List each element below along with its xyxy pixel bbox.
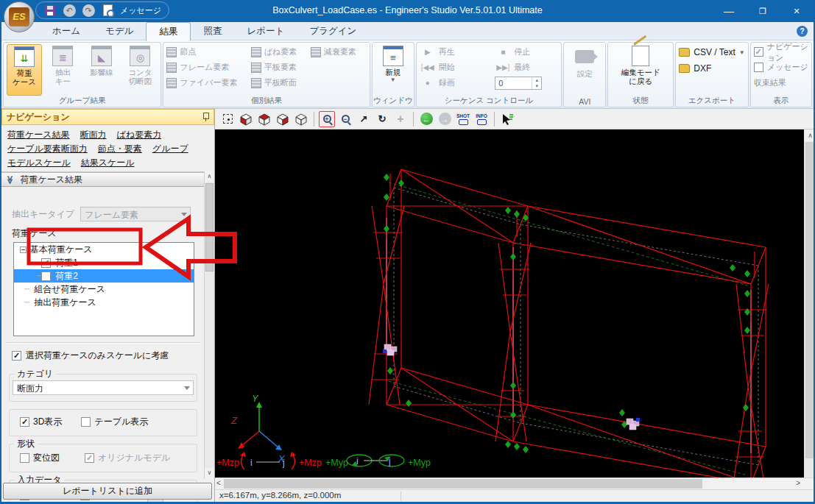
- tree-item-extract-load-case[interactable]: ┄ 抽出荷重ケース: [14, 296, 194, 309]
- tree-item-basic-load-case[interactable]: 基本荷重ケース: [14, 243, 194, 256]
- frame-element-button[interactable]: フレーム要素: [166, 60, 237, 75]
- link-node-element[interactable]: 節点・要素: [98, 143, 142, 154]
- message-checkbox-row[interactable]: メッセージ: [754, 60, 808, 75]
- tree-item-load1[interactable]: ┄ ✓ 荷重1: [14, 256, 194, 269]
- info-icon[interactable]: INFO: [473, 111, 490, 127]
- link-result-scale[interactable]: 結果スケール: [81, 157, 135, 168]
- contour-section-button[interactable]: ◎ コンタ切断図: [122, 44, 158, 96]
- play-button[interactable]: ▶再生: [420, 44, 481, 60]
- avi-settings-button[interactable]: 設定: [567, 44, 602, 96]
- link-load-case-results[interactable]: 荷重ケース結果: [7, 129, 70, 140]
- front-view-icon[interactable]: [275, 111, 291, 127]
- pan-icon[interactable]: +: [392, 111, 409, 127]
- select-cursor-icon[interactable]: [499, 111, 515, 127]
- plate-section-button[interactable]: 平板断面: [251, 75, 297, 90]
- start-button[interactable]: |◀◀開始: [420, 60, 481, 75]
- spring-element-button[interactable]: ばね要素: [251, 44, 297, 60]
- displacement-row[interactable]: 変位図: [20, 452, 60, 464]
- zoom-fit-icon[interactable]: [219, 111, 236, 127]
- spring-element-icon: [251, 47, 261, 57]
- spinner-down-icon[interactable]: ▼: [532, 83, 541, 89]
- scroll-up-icon[interactable]: ∧: [205, 171, 214, 182]
- zoom-out-icon[interactable]: −: [337, 111, 353, 127]
- canvas-vertical-scrollbar[interactable]: ∧: [804, 129, 815, 478]
- new-window-button[interactable]: ≡ 新規 ▼: [375, 44, 411, 96]
- extract-key-button[interactable]: ≣ 抽出キー: [45, 44, 80, 96]
- tree-item-load2[interactable]: ┄ 荷重2: [14, 269, 194, 283]
- scroll-left-icon: <: [216, 479, 221, 487]
- plate-section-icon: [251, 78, 261, 88]
- scroll-down-icon[interactable]: ∨: [205, 468, 214, 478]
- influence-line-button[interactable]: ◣ 影響線: [84, 44, 119, 96]
- orbit-icon[interactable]: ↻: [374, 111, 390, 127]
- extract-key-type-dropdown[interactable]: フレーム要素: [80, 207, 191, 221]
- last-button[interactable]: ▶▶|最終: [495, 60, 558, 75]
- help-icon[interactable]: ?: [797, 26, 808, 37]
- tab-model[interactable]: モデル: [93, 22, 146, 40]
- load2-checkbox[interactable]: [41, 271, 51, 281]
- minimize-button[interactable]: —: [712, 0, 746, 22]
- navigation-checkbox-row[interactable]: ✓ ナビゲーション: [754, 44, 808, 60]
- zoom-in-icon[interactable]: +: [319, 111, 335, 127]
- display-table-row[interactable]: テーブル表示: [81, 416, 148, 428]
- canvas-horizontal-scrollbar[interactable]: < >: [215, 478, 815, 489]
- zoom-extents-icon[interactable]: ↗: [356, 111, 372, 127]
- link-cable-section-force[interactable]: ケーブル要素断面力: [7, 143, 88, 154]
- displacement-checkbox[interactable]: [20, 453, 29, 463]
- view-back-icon[interactable]: ←: [418, 111, 434, 127]
- tree-expander-icon[interactable]: [20, 246, 27, 253]
- original-model-row[interactable]: ✓ オリジナルモデル: [85, 452, 170, 464]
- top-view-icon[interactable]: [256, 111, 272, 127]
- category-dropdown[interactable]: 断面力: [13, 380, 194, 395]
- display-table-checkbox[interactable]: [81, 417, 91, 427]
- navigation-checkbox[interactable]: ✓: [754, 47, 763, 57]
- link-section-force[interactable]: 断面力: [80, 129, 107, 140]
- add-to-report-button[interactable]: レポートリストに追加: [3, 483, 212, 500]
- spinner-up-icon[interactable]: ▲: [532, 77, 541, 83]
- app-menu-button[interactable]: ES: [4, 1, 35, 32]
- original-model-checkbox[interactable]: ✓: [85, 453, 94, 463]
- load-case-results-content: 抽出キータイプ フレーム要素 荷重ケース 基本荷重ケース ┄ ✓ 荷重1 ┄: [1, 202, 205, 480]
- damper-element-button[interactable]: 減衰要素: [311, 44, 356, 60]
- display-3d-row[interactable]: ✓ 3D表示: [20, 416, 62, 428]
- tab-report[interactable]: レポート: [234, 22, 297, 40]
- tree-item-combined-load-case[interactable]: ┄ 組合せ荷重ケース: [14, 283, 194, 296]
- export-dxf-button[interactable]: DXF: [679, 60, 744, 77]
- view-forward-icon[interactable]: →: [437, 111, 453, 127]
- tab-home[interactable]: ホーム: [40, 22, 93, 40]
- pin-icon[interactable]: [202, 113, 209, 121]
- display-3d-checkbox[interactable]: ✓: [20, 417, 29, 427]
- sequence-step-spinner[interactable]: 0 ▲▼: [495, 77, 542, 90]
- group-label: ウィンドウ: [373, 96, 414, 106]
- maximize-button[interactable]: ❐: [746, 0, 780, 22]
- collapse-chevron-icon: ≫: [5, 175, 15, 184]
- iso-view-icon[interactable]: [238, 111, 254, 127]
- link-group[interactable]: グループ: [152, 143, 188, 154]
- model-canvas[interactable]: Y Z X +Mzp i j +Mzp +Myp: [215, 129, 804, 478]
- export-csv-button[interactable]: CSV / Text ▼: [679, 44, 744, 60]
- link-model-scale[interactable]: モデルスケール: [7, 157, 71, 168]
- wireframe-view-icon[interactable]: [293, 111, 309, 127]
- message-checkbox[interactable]: [754, 63, 763, 72]
- record-button[interactable]: ●録画: [420, 75, 481, 90]
- scale-selected-only-row[interactable]: ✓ 選択荷重ケースのみスケールに考慮: [12, 349, 205, 362]
- scroll-thumb[interactable]: [205, 183, 214, 271]
- link-spring-force[interactable]: ばね要素力: [117, 129, 162, 140]
- extract-key-type-label: 抽出キータイプ: [12, 208, 74, 221]
- load-case-results-section-header[interactable]: ≫ 荷重ケース結果: [1, 172, 205, 187]
- screenshot-icon[interactable]: SHOT: [455, 111, 471, 127]
- back-to-edit-button[interactable]: 編集モードに戻る: [611, 44, 670, 96]
- close-button[interactable]: ×: [780, 0, 814, 22]
- tab-results[interactable]: 結果: [146, 22, 191, 40]
- tab-check[interactable]: 照査: [191, 22, 234, 40]
- panel-scrollbar[interactable]: ∧ ∨: [204, 171, 214, 478]
- plate-element-button[interactable]: 平板要素: [251, 60, 297, 75]
- ribbon-group-state: 編集モードに戻る 状態: [607, 42, 674, 107]
- load-case-button[interactable]: ⇊ 荷重ケース: [7, 44, 42, 96]
- stop-button[interactable]: ■停止: [495, 44, 558, 60]
- scale-selected-only-checkbox[interactable]: ✓: [12, 351, 21, 361]
- node-button[interactable]: 節点: [166, 44, 237, 60]
- load1-checkbox[interactable]: ✓: [41, 258, 51, 268]
- fiber-element-button[interactable]: ファイバー要素: [166, 75, 237, 90]
- tab-plugin[interactable]: プラグイン: [297, 22, 369, 40]
